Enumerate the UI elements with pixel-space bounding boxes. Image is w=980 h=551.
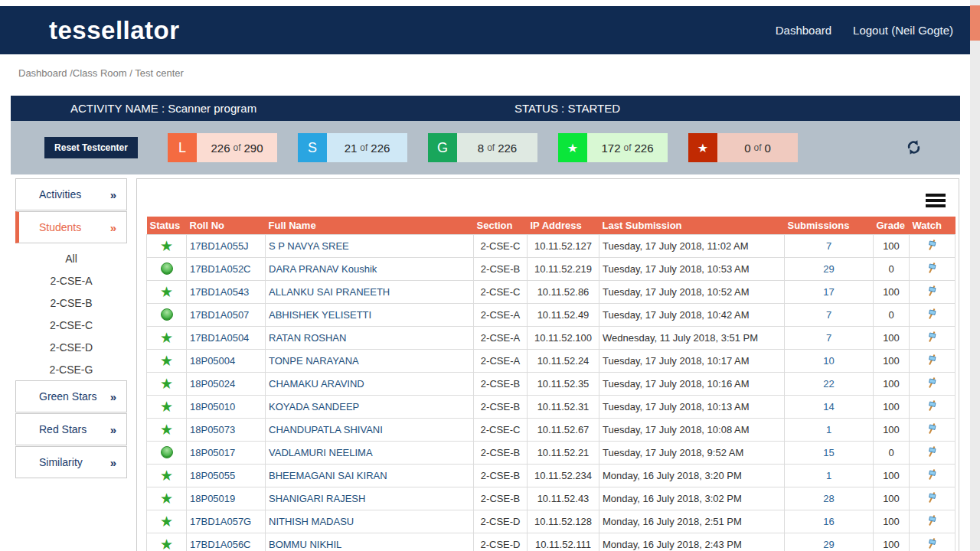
col-header-watch[interactable]: Watch (910, 217, 956, 234)
sidebar-item-all[interactable]: All (15, 247, 127, 269)
student-name-link[interactable]: KOYADA SANDEEP (269, 401, 359, 412)
watch-flag-icon[interactable] (926, 445, 939, 460)
section-cell: 2-CSE-C (474, 418, 528, 441)
student-name-link[interactable]: DARA PRANAV Koushik (269, 263, 377, 275)
badge-late[interactable]: L 226 of 290 (168, 133, 277, 162)
col-header-submissions[interactable]: Submissions (785, 217, 874, 234)
student-name-link[interactable]: BOMMU NIKHIL (269, 539, 341, 550)
table-row: 17BD1A056C BOMMU NIKHIL 2-CSE-D 10.11.52… (147, 533, 956, 551)
badge-graded-value: 8 of 226 (457, 133, 537, 162)
sidebar-item-green-stars[interactable]: Green Stars » (15, 380, 127, 412)
badge-red-stars[interactable]: ★ 0 of 0 (688, 133, 798, 162)
page-scrollbar-thumb[interactable] (970, 5, 980, 41)
roll-no-link[interactable]: 18P05073 (190, 424, 235, 435)
student-name-link[interactable]: RATAN ROSHAN (269, 332, 346, 344)
reset-testcenter-button[interactable]: Reset Testcenter (44, 137, 138, 158)
col-header-roll-no[interactable]: Roll No (187, 217, 266, 234)
roll-no-link[interactable]: 18P05010 (190, 401, 235, 412)
watch-flag-icon[interactable] (926, 331, 939, 345)
sidebar-item-red-stars[interactable]: Red Stars » (15, 413, 127, 445)
refresh-icon[interactable] (906, 140, 921, 155)
submissions-link[interactable]: 22 (823, 378, 834, 390)
submissions-link[interactable]: 16 (823, 516, 834, 527)
roll-no-link[interactable]: 17BD1A0504 (190, 332, 249, 344)
roll-no-link[interactable]: 18P05019 (190, 493, 235, 504)
student-name-link[interactable]: CHANDUPATLA SHIVANI (269, 424, 383, 435)
col-header-ip-address[interactable]: IP Address (528, 217, 599, 234)
badge-count: 8 (478, 142, 484, 155)
badge-submitted[interactable]: S 21 of 226 (298, 133, 407, 162)
roll-no-link[interactable]: 17BD1A0507 (190, 309, 249, 321)
submissions-link[interactable]: 7 (826, 240, 831, 252)
submissions-link[interactable]: 1 (826, 470, 831, 481)
submissions-link[interactable]: 1 (826, 424, 831, 435)
submissions-link[interactable]: 17 (823, 286, 834, 298)
student-name-link[interactable]: VADLAMURI NEELIMA (269, 447, 373, 458)
badge-green-stars[interactable]: ★ 172 of 226 (558, 133, 668, 162)
student-name-link[interactable]: CHAMAKU ARAVIND (269, 378, 364, 390)
sidebar-item-students[interactable]: Students » (15, 211, 127, 243)
status-icon (160, 514, 173, 529)
col-header-grade[interactable]: Grade (874, 217, 910, 234)
ip-address-cell: 10.11.52.111 (528, 533, 599, 551)
student-name-link[interactable]: NITHISH MADASU (269, 516, 354, 527)
submissions-link[interactable]: 7 (826, 309, 831, 321)
student-name-link[interactable]: ALLANKU SAI PRANEETH (269, 286, 390, 298)
submissions-link[interactable]: 7 (826, 332, 831, 344)
sidebar-item-2-cse-g[interactable]: 2-CSE-G (15, 358, 127, 380)
sidebar-item-2-cse-c[interactable]: 2-CSE-C (15, 314, 127, 336)
watch-flag-icon[interactable] (926, 262, 939, 276)
sidebar-item-2-cse-b[interactable]: 2-CSE-B (15, 292, 127, 314)
submissions-link[interactable]: 14 (823, 401, 834, 412)
roll-no-link[interactable]: 17BD1A057G (190, 516, 251, 527)
last-submission-cell: Tuesday, 17 July 2018, 9:52 AM (599, 441, 785, 464)
col-header-last-submission[interactable]: Last Submission (599, 217, 785, 234)
watch-flag-icon[interactable] (926, 422, 939, 437)
watch-flag-icon[interactable] (926, 239, 939, 253)
watch-flag-icon[interactable] (926, 537, 939, 551)
table-row: 18P05017 VADLAMURI NEELIMA 2-CSE-B 10.11… (147, 441, 956, 464)
nav-dashboard-link[interactable]: Dashboard (776, 24, 831, 37)
watch-flag-icon[interactable] (926, 377, 939, 391)
nav-logout-link[interactable]: Logout (Neil Gogte) (853, 24, 953, 37)
roll-no-link[interactable]: 18P05024 (190, 378, 235, 390)
submissions-link[interactable]: 15 (823, 447, 834, 458)
student-name-link[interactable]: ABHISHEK YELISETTI (269, 309, 371, 321)
last-submission-cell: Monday, 16 July 2018, 3:02 PM (599, 487, 785, 510)
student-name-link[interactable]: S P NAVYA SREE (269, 240, 349, 252)
status-icon (160, 354, 173, 368)
watch-flag-icon[interactable] (926, 354, 939, 368)
roll-no-link[interactable]: 17BD1A056C (190, 539, 251, 550)
submissions-link[interactable]: 29 (823, 539, 834, 550)
badge-graded[interactable]: G 8 of 226 (428, 133, 537, 162)
col-header-full-name[interactable]: Full Name (266, 217, 474, 234)
roll-no-link[interactable]: 18P05004 (190, 355, 235, 367)
student-name-link[interactable]: TONPE NARAYANA (269, 355, 359, 367)
watch-flag-icon[interactable] (926, 285, 939, 299)
roll-no-link[interactable]: 18P05055 (190, 470, 235, 481)
roll-no-link[interactable]: 18P05017 (190, 447, 235, 458)
watch-flag-icon[interactable] (926, 491, 939, 506)
menu-hamburger-icon[interactable] (926, 194, 946, 210)
submissions-link[interactable]: 29 (823, 263, 834, 275)
col-header-section[interactable]: Section (474, 217, 528, 234)
page-scrollbar-track (970, 0, 980, 551)
sidebar-item-similarity[interactable]: Similarity » (15, 446, 127, 478)
student-name-link[interactable]: SHANIGARI RAJESH (269, 493, 365, 504)
watch-flag-icon[interactable] (926, 308, 939, 322)
submissions-link[interactable]: 10 (823, 355, 834, 367)
col-header-status[interactable]: Status (147, 217, 187, 234)
watch-flag-icon[interactable] (926, 514, 939, 529)
student-name-link[interactable]: BHEEMAGANI SAI KIRAN (269, 470, 387, 481)
roll-no-link[interactable]: 17BD1A0543 (190, 286, 249, 298)
table-row: 18P05010 KOYADA SANDEEP 2-CSE-B 10.11.52… (147, 395, 956, 418)
sidebar-item-2-cse-d[interactable]: 2-CSE-D (15, 336, 127, 358)
sidebar-item-2-cse-a[interactable]: 2-CSE-A (15, 269, 127, 292)
roll-no-link[interactable]: 17BD1A055J (190, 240, 249, 252)
roll-no-link[interactable]: 17BD1A052C (190, 263, 251, 275)
watch-flag-icon[interactable] (926, 399, 939, 414)
submissions-link[interactable]: 28 (823, 493, 834, 504)
breadcrumb[interactable]: Dashboard /Class Room / Test center (18, 67, 184, 79)
watch-flag-icon[interactable] (926, 468, 939, 483)
sidebar-item-activities[interactable]: Activities » (15, 178, 127, 210)
